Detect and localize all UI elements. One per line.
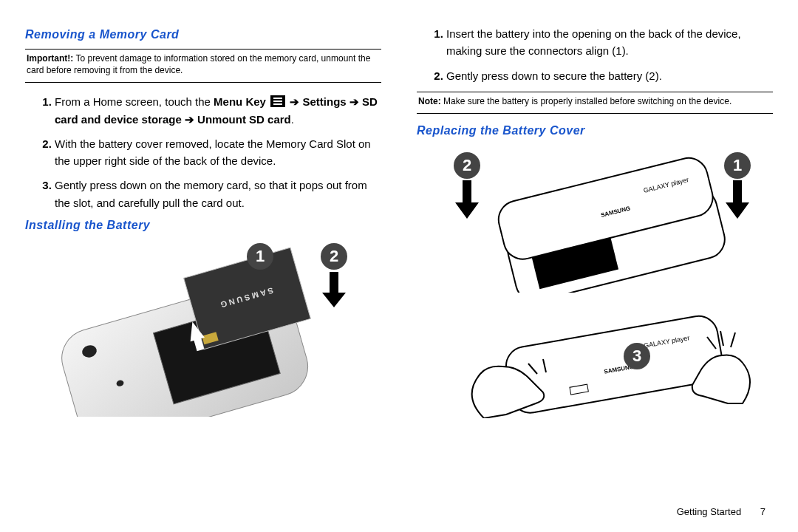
svg-marker-10 — [322, 293, 346, 307]
step-1: Insert the battery into the opening on t… — [446, 25, 773, 60]
figure-installing-battery: S A M S U N G 1 2 — [25, 239, 381, 417]
callout-2: 2 — [321, 243, 347, 270]
callout-2: 2 — [454, 152, 480, 179]
heading-replacing-cover: Replacing the Battery Cover — [417, 124, 773, 137]
callout-1: 1 — [724, 152, 751, 179]
footer-page-number: 7 — [760, 506, 765, 517]
heading-installing-battery: Installing the Battery — [25, 219, 381, 232]
footer-section: Getting Started — [677, 506, 741, 517]
step-3: Gently press down on the memory card, so… — [55, 177, 381, 211]
arrow-icon: ➔ — [349, 95, 359, 108]
down-arrow-icon — [723, 180, 752, 221]
important-text: To prevent damage to information stored … — [27, 53, 370, 75]
svg-line-26 — [731, 332, 735, 347]
figure-replacing-cover: GALAXY player SAMSUNG 2 1 GALAXY player … — [417, 145, 773, 418]
manual-page: Removing a Memory Card Important!: To pr… — [0, 0, 798, 532]
note-text: Make sure the battery is properly instal… — [441, 96, 732, 106]
page-footer: Getting Started 7 — [677, 506, 765, 517]
heading-removing-memory-card: Removing a Memory Card — [25, 28, 381, 41]
svg-rect-9 — [330, 272, 338, 293]
callout-3: 3 — [624, 343, 650, 369]
menu-key-label: Menu Key — [214, 95, 266, 108]
step-1: From a Home screen, touch the Menu Key ➔… — [55, 93, 381, 128]
step-2: With the battery cover removed, locate t… — [55, 135, 381, 170]
important-note: Important!: To prevent damage to informa… — [25, 50, 381, 83]
cover-press-illustration: GALAXY player SAMSUNG — [417, 293, 772, 418]
note-label: Note: — [418, 96, 441, 106]
important-label: Important!: — [27, 53, 73, 64]
down-arrow-icon — [452, 180, 482, 221]
left-column: Removing a Memory Card Important!: To pr… — [25, 22, 399, 517]
right-column: Insert the battery into the opening on t… — [399, 22, 773, 517]
svg-marker-19 — [726, 202, 749, 219]
memory-card-steps: From a Home screen, touch the Menu Key ➔… — [25, 93, 381, 211]
arrow-icon: ➔ — [290, 95, 299, 108]
note-box: Note: Make sure the battery is properly … — [417, 92, 773, 114]
install-battery-steps: Insert the battery into the opening on t… — [417, 25, 773, 84]
down-arrow-icon — [319, 272, 349, 309]
step-2: Gently press down to secure the battery … — [446, 67, 773, 84]
callout-1: 1 — [247, 243, 273, 270]
svg-rect-18 — [733, 180, 742, 202]
arrow-icon: ➔ — [185, 113, 194, 126]
svg-rect-16 — [463, 180, 471, 202]
svg-marker-17 — [455, 202, 479, 219]
menu-key-icon — [270, 95, 285, 107]
svg-line-25 — [720, 331, 723, 346]
